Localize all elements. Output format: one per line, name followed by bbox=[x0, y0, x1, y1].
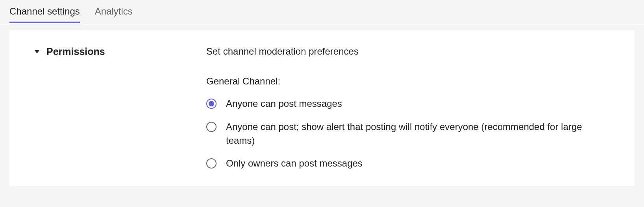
radio-anyone-with-alert[interactable]: Anyone can post; show alert that posting… bbox=[206, 120, 612, 148]
permissions-body: Set channel moderation preferences Gener… bbox=[206, 46, 612, 170]
chevron-down-icon bbox=[35, 50, 39, 53]
permissions-title: Permissions bbox=[46, 46, 105, 57]
tabs-bar: Channel settings Analytics bbox=[0, 0, 644, 23]
radio-anyone-can-post[interactable]: Anyone can post messages bbox=[206, 97, 612, 111]
permissions-header[interactable]: Permissions bbox=[35, 46, 206, 57]
radio-label-text: Anyone can post messages bbox=[226, 97, 342, 111]
radio-label-text: Only owners can post messages bbox=[226, 157, 363, 170]
tab-channel-settings[interactable]: Channel settings bbox=[9, 0, 80, 23]
settings-panel: Permissions Set channel moderation prefe… bbox=[9, 30, 635, 186]
radio-label-text: Anyone can post; show alert that posting… bbox=[226, 120, 612, 148]
general-channel-label: General Channel: bbox=[206, 76, 612, 87]
radio-dot-icon bbox=[209, 101, 214, 106]
permissions-section: Permissions Set channel moderation prefe… bbox=[35, 46, 616, 170]
radio-indicator bbox=[206, 122, 217, 132]
posting-radio-group: Anyone can post messages Anyone can post… bbox=[206, 97, 612, 170]
radio-indicator bbox=[206, 158, 217, 169]
radio-only-owners[interactable]: Only owners can post messages bbox=[206, 157, 612, 170]
permissions-description: Set channel moderation preferences bbox=[206, 46, 612, 57]
radio-indicator bbox=[206, 99, 217, 109]
tab-analytics[interactable]: Analytics bbox=[95, 0, 133, 23]
